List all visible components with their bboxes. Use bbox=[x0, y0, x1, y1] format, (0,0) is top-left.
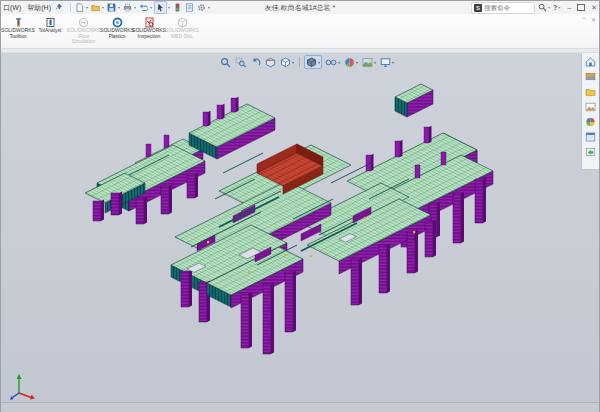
chevron-down-icon: ▾ bbox=[292, 60, 294, 65]
addin-label: MBD SNL bbox=[171, 34, 193, 40]
minimize-button[interactable]: – bbox=[567, 4, 571, 11]
chevron-down-icon: ▾ bbox=[338, 60, 340, 65]
chevron-down-icon: ▾ bbox=[356, 60, 358, 65]
commandmanager-collapse-icon[interactable]: ⌃ bbox=[582, 16, 587, 23]
window-controls: – ✕ bbox=[567, 4, 597, 12]
view-orientation-button[interactable]: ▾ bbox=[279, 56, 295, 68]
divider bbox=[70, 3, 71, 12]
chevron-down-icon: ▾ bbox=[392, 60, 394, 65]
chevron-down-icon[interactable]: ▾ bbox=[208, 5, 210, 10]
zoom-to-area-button[interactable] bbox=[234, 56, 247, 68]
chevron-down-icon: ▾ bbox=[374, 60, 376, 65]
pin-icon[interactable] bbox=[55, 3, 63, 12]
addin-label: TolAnalyst bbox=[39, 28, 62, 34]
chevron-down-icon[interactable]: ▾ bbox=[102, 5, 104, 10]
menu-bar: 口(W) 帮助(H) bbox=[1, 3, 51, 13]
quick-access-toolbar: ▾ ▾ ▾ ▾ ▾ ▾ ▾ bbox=[74, 1, 211, 14]
solidworks-resources-tab[interactable] bbox=[584, 56, 597, 68]
chevron-down-icon[interactable]: ▾ bbox=[134, 5, 136, 10]
menu-help[interactable]: 帮助(H) bbox=[27, 3, 51, 13]
open-button[interactable] bbox=[90, 2, 101, 13]
file-properties-button[interactable] bbox=[184, 2, 195, 13]
task-pane-tabs bbox=[581, 53, 599, 170]
chevron-down-icon: ▾ bbox=[318, 60, 320, 65]
view-settings-button[interactable]: ▾ bbox=[379, 56, 395, 68]
status-bar bbox=[1, 402, 599, 412]
chevron-down-icon[interactable]: ▾ bbox=[168, 5, 170, 10]
addin-flow-simulation[interactable]: SOLIDWORKS Flow Simulation bbox=[66, 14, 101, 45]
solidworks-window: 口(W) 帮助(H) ▾ ▾ ▾ ▾ ▾ ▾ bbox=[0, 0, 600, 412]
zoom-to-fit-button[interactable] bbox=[219, 56, 232, 68]
custom-properties-tab[interactable] bbox=[584, 131, 597, 143]
restore-button[interactable] bbox=[577, 4, 585, 11]
appearances-scenes-tab[interactable] bbox=[584, 116, 597, 128]
edit-appearance-button[interactable]: ▾ bbox=[343, 56, 359, 68]
commandmanager-controls: ⌃ ✕ bbox=[582, 16, 596, 23]
graphics-viewport[interactable]: ▾ ▾ ▾ ▾ ▾ ▾ bbox=[1, 53, 599, 402]
section-view-button[interactable] bbox=[264, 56, 277, 68]
menu-window[interactable]: 口(W) bbox=[3, 3, 21, 13]
chevron-down-icon[interactable]: ▾ bbox=[150, 5, 152, 10]
select-button[interactable] bbox=[154, 1, 167, 14]
chevron-down-icon: ▾ bbox=[548, 5, 550, 10]
model-3d-assembly[interactable] bbox=[1, 53, 599, 402]
options-button[interactable] bbox=[196, 2, 207, 13]
file-explorer-tab[interactable] bbox=[584, 86, 597, 98]
addin-solidworks-plastics[interactable]: SOLIDWORKS Plastics bbox=[101, 14, 133, 39]
addin-label: Simulation bbox=[72, 39, 95, 45]
search-button[interactable]: ▾ bbox=[538, 3, 550, 12]
titlebar-right-controls: S ▾ ? ▾ – ✕ bbox=[471, 1, 597, 14]
formwork-assembly[interactable] bbox=[85, 84, 493, 354]
orientation-triad bbox=[10, 374, 35, 400]
chevron-down-icon[interactable]: ▾ bbox=[118, 5, 120, 10]
close-button[interactable]: ✕ bbox=[591, 4, 597, 12]
view-palette-tab[interactable] bbox=[584, 101, 597, 113]
help-label: ? bbox=[553, 4, 557, 11]
print-button[interactable] bbox=[122, 2, 133, 13]
apply-scene-button[interactable]: ▾ bbox=[361, 56, 377, 68]
addin-label: Toolbox bbox=[9, 34, 26, 40]
addin-tolanalyst[interactable]: TolAnalyst bbox=[34, 14, 66, 34]
office-products-toolbar: SOLIDWORKS Toolbox TolAnalyst SOLIDWORKS… bbox=[1, 14, 599, 49]
solidworks-logo-icon: S bbox=[474, 4, 482, 12]
addin-label: Inspection bbox=[138, 34, 161, 40]
chevron-down-icon: ▾ bbox=[558, 5, 560, 10]
save-button[interactable] bbox=[106, 2, 117, 13]
previous-view-button[interactable] bbox=[249, 56, 262, 68]
title-bar: 口(W) 帮助(H) ▾ ▾ ▾ ▾ ▾ ▾ bbox=[1, 1, 599, 14]
addin-solidworks-inspection[interactable]: SOLIDWORKS Inspection bbox=[133, 14, 165, 39]
addin-solidworks-mbd-snl[interactable]: SOLIDWORKS MBD SNL bbox=[165, 14, 199, 39]
chevron-down-icon[interactable]: ▾ bbox=[86, 5, 88, 10]
commandmanager-close-icon[interactable]: ✕ bbox=[591, 16, 596, 23]
solidworks-forum-tab[interactable] bbox=[584, 146, 597, 158]
undo-button[interactable] bbox=[138, 2, 149, 13]
help-button[interactable]: ? ▾ bbox=[553, 4, 560, 11]
divider bbox=[299, 57, 300, 67]
search-input[interactable] bbox=[484, 4, 532, 11]
addin-solidworks-toolbox[interactable]: SOLIDWORKS Toolbox bbox=[2, 14, 34, 39]
addin-label: Plastics bbox=[108, 34, 125, 40]
display-style-button[interactable]: ▾ bbox=[304, 55, 322, 69]
command-search[interactable]: S bbox=[471, 2, 535, 14]
design-library-tab[interactable] bbox=[584, 71, 597, 83]
headsup-view-toolbar: ▾ ▾ ▾ ▾ ▾ ▾ bbox=[219, 55, 395, 69]
new-document-button[interactable] bbox=[74, 2, 85, 13]
hide-show-items-button[interactable]: ▾ bbox=[324, 56, 341, 68]
rebuild-button[interactable] bbox=[172, 2, 183, 13]
